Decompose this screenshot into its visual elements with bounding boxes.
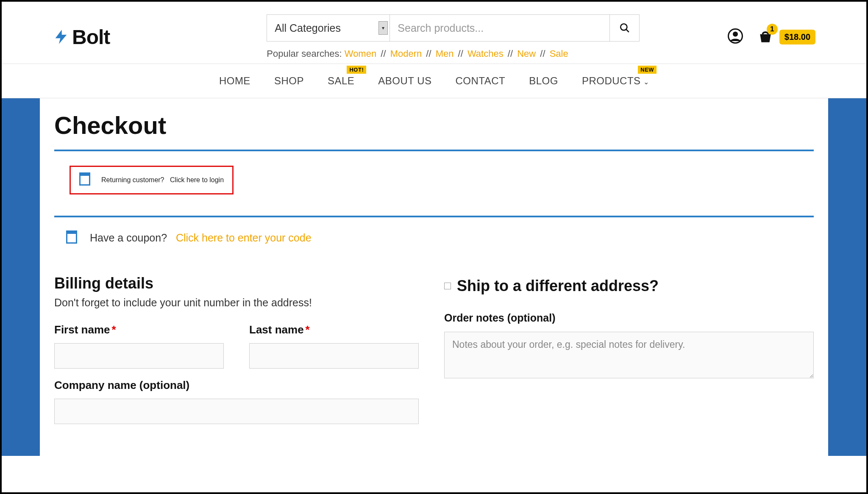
dropdown-arrow-icon: ▾ bbox=[378, 21, 388, 35]
svg-point-3 bbox=[733, 32, 738, 37]
search-input[interactable] bbox=[390, 15, 609, 41]
nav-shop[interactable]: SHOP bbox=[274, 75, 304, 87]
nav-label: SALE bbox=[328, 75, 354, 86]
login-link[interactable]: Click here to login bbox=[170, 176, 224, 183]
hot-badge: HOT! bbox=[347, 66, 366, 74]
popular-link[interactable]: Modern bbox=[390, 48, 422, 59]
popular-link[interactable]: Women bbox=[345, 48, 376, 59]
popular-link[interactable]: Men bbox=[436, 48, 454, 59]
nav-sale[interactable]: SALE HOT! bbox=[328, 75, 354, 87]
svg-line-1 bbox=[626, 29, 629, 32]
user-icon bbox=[728, 28, 743, 44]
returning-prefix: Returning customer? bbox=[101, 176, 164, 183]
billing-title: Billing details bbox=[54, 275, 419, 292]
logo-text: Bolt bbox=[72, 25, 110, 49]
first-name-input[interactable] bbox=[54, 343, 224, 369]
window-icon bbox=[66, 233, 77, 244]
ship-title: Ship to a different address? bbox=[457, 277, 659, 295]
search-icon bbox=[619, 22, 630, 33]
chevron-down-icon: ⌄ bbox=[643, 78, 649, 86]
popular-searches: Popular searches: Women // Modern // Men… bbox=[267, 48, 640, 59]
nav-label: PRODUCTS bbox=[582, 75, 641, 86]
ship-different-checkbox[interactable] bbox=[444, 283, 451, 289]
company-input[interactable] bbox=[54, 399, 419, 424]
page-title: Checkout bbox=[54, 98, 814, 150]
last-name-label: Last name* bbox=[249, 323, 419, 336]
nav-contact[interactable]: CONTACT bbox=[456, 75, 506, 87]
popular-label: Popular searches: bbox=[267, 48, 342, 59]
search-category-value: All Categories bbox=[267, 22, 378, 34]
popular-link[interactable]: Sale bbox=[550, 48, 568, 59]
svg-point-0 bbox=[620, 24, 627, 30]
bolt-icon bbox=[53, 28, 70, 45]
coupon-notice: Have a coupon? Click here to enter your … bbox=[54, 216, 814, 258]
coupon-prefix: Have a coupon? bbox=[90, 232, 167, 244]
site-logo[interactable]: Bolt bbox=[53, 25, 110, 49]
nav-products[interactable]: PRODUCTS⌄ NEW bbox=[582, 75, 649, 87]
cart-total: $18.00 bbox=[779, 30, 815, 44]
popular-link[interactable]: Watches bbox=[467, 48, 504, 59]
window-icon bbox=[79, 175, 90, 186]
search-bar: All Categories ▾ bbox=[267, 14, 640, 42]
first-name-label: First name* bbox=[54, 323, 224, 336]
cart-count-badge: 1 bbox=[767, 24, 778, 35]
order-notes-input[interactable] bbox=[444, 332, 814, 378]
nav-blog[interactable]: BLOG bbox=[529, 75, 558, 87]
coupon-link[interactable]: Click here to enter your code bbox=[176, 232, 312, 244]
nav-about[interactable]: ABOUT US bbox=[378, 75, 431, 87]
popular-link[interactable]: New bbox=[517, 48, 536, 59]
account-button[interactable] bbox=[728, 28, 743, 45]
billing-subtitle: Don't forget to include your unit number… bbox=[54, 297, 419, 309]
order-notes-label: Order notes (optional) bbox=[444, 312, 814, 324]
search-button[interactable] bbox=[609, 15, 639, 41]
nav-home[interactable]: HOME bbox=[219, 75, 250, 87]
main-nav: HOME SHOP SALE HOT! ABOUT US CONTACT BLO… bbox=[2, 64, 866, 98]
last-name-input[interactable] bbox=[249, 343, 419, 369]
company-label: Company name (optional) bbox=[54, 379, 419, 392]
cart-button[interactable]: 1 $18.00 bbox=[757, 29, 815, 45]
new-badge: NEW bbox=[638, 66, 657, 74]
search-category-select[interactable]: All Categories ▾ bbox=[267, 15, 390, 41]
returning-customer-notice: Returning customer? Click here to login bbox=[70, 166, 234, 194]
